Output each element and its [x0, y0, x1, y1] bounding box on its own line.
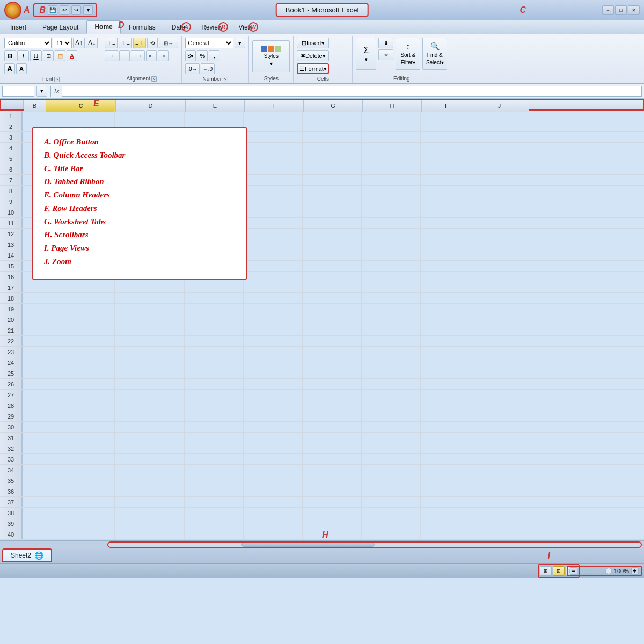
cell[interactable] — [185, 336, 244, 347]
decrease-font-btn[interactable]: A↓ — [86, 38, 98, 48]
cell[interactable] — [362, 314, 421, 325]
cell[interactable] — [244, 282, 303, 293]
col-header-f[interactable]: F — [245, 100, 304, 112]
cell[interactable] — [469, 518, 528, 529]
cell[interactable] — [185, 422, 244, 433]
cell[interactable] — [244, 411, 303, 422]
cell[interactable] — [23, 111, 45, 121]
increase-font-btn[interactable]: A↑ — [73, 38, 85, 48]
cell[interactable] — [362, 153, 421, 164]
cell[interactable] — [421, 196, 469, 207]
cell[interactable] — [23, 422, 45, 433]
border-btn[interactable]: ⊡ — [43, 50, 54, 61]
cell[interactable] — [362, 486, 421, 497]
cell[interactable] — [45, 357, 115, 368]
cell[interactable] — [469, 336, 528, 347]
cell[interactable] — [362, 368, 421, 379]
cell[interactable] — [362, 132, 421, 143]
cell[interactable] — [469, 379, 528, 390]
cell[interactable] — [469, 465, 528, 475]
find-select-btn[interactable]: 🔍 Find & Select▾ — [422, 38, 447, 70]
cell[interactable] — [469, 304, 528, 314]
cell[interactable] — [469, 508, 528, 518]
cell[interactable] — [244, 153, 303, 164]
cell[interactable] — [45, 508, 115, 518]
cell[interactable] — [23, 357, 45, 368]
cell[interactable] — [303, 400, 362, 411]
cell[interactable] — [362, 465, 421, 475]
cell[interactable] — [185, 433, 244, 443]
qa-redo-btn[interactable]: ↪ — [71, 5, 81, 15]
cell[interactable] — [303, 422, 362, 433]
font-aa2-btn[interactable]: A — [16, 63, 27, 74]
cell[interactable] — [115, 111, 185, 121]
cell[interactable] — [23, 465, 45, 475]
col-header-d[interactable]: D — [116, 100, 186, 112]
row-header[interactable]: 6 — [0, 164, 23, 174]
tab-insert[interactable]: Insert — [2, 21, 34, 34]
cell[interactable] — [469, 164, 528, 175]
cell[interactable] — [362, 357, 421, 368]
cell[interactable] — [115, 282, 185, 293]
cell[interactable] — [115, 347, 185, 357]
cell[interactable] — [303, 261, 362, 272]
cell[interactable] — [303, 465, 362, 475]
name-box[interactable] — [2, 86, 34, 97]
cell[interactable] — [362, 433, 421, 443]
cell[interactable] — [115, 508, 185, 518]
cell[interactable] — [362, 239, 421, 250]
qa-save-btn[interactable]: 💾 — [48, 5, 57, 15]
cell[interactable] — [469, 357, 528, 368]
cell[interactable] — [421, 411, 469, 422]
cell[interactable] — [244, 207, 303, 218]
row-header[interactable]: 14 — [0, 250, 23, 260]
cell[interactable] — [115, 443, 185, 454]
cell[interactable] — [115, 357, 185, 368]
cell[interactable] — [45, 486, 115, 497]
cell[interactable] — [362, 293, 421, 304]
cell[interactable] — [469, 529, 528, 540]
tab-formulas[interactable]: Formulas — [121, 21, 164, 34]
bold-btn[interactable]: B — [4, 50, 16, 61]
cell[interactable] — [45, 497, 115, 508]
cell[interactable] — [303, 132, 362, 143]
qa-dropdown-btn[interactable]: ▾ — [83, 5, 93, 15]
cell[interactable] — [469, 111, 528, 121]
cell[interactable] — [23, 411, 45, 422]
cell[interactable] — [303, 250, 362, 261]
align-right-btn[interactable]: ≡→ — [131, 50, 144, 61]
font-family-select[interactable]: Calibri — [4, 38, 52, 48]
cell[interactable] — [362, 336, 421, 347]
cell[interactable] — [244, 518, 303, 529]
row-header[interactable]: 18 — [0, 293, 23, 303]
cell[interactable] — [421, 207, 469, 218]
cell[interactable] — [23, 325, 45, 336]
cell[interactable] — [185, 443, 244, 454]
cell[interactable] — [469, 314, 528, 325]
row-header[interactable]: 27 — [0, 390, 23, 400]
row-header[interactable]: 26 — [0, 379, 23, 389]
cell[interactable] — [115, 411, 185, 422]
cell[interactable] — [303, 239, 362, 250]
cell[interactable] — [244, 497, 303, 508]
row-header[interactable]: 21 — [0, 325, 23, 335]
cell[interactable] — [244, 250, 303, 261]
cell[interactable] — [303, 175, 362, 186]
row-header[interactable]: 20 — [0, 314, 23, 325]
cell[interactable] — [185, 282, 244, 293]
cell[interactable] — [23, 475, 45, 486]
cell[interactable] — [362, 282, 421, 293]
cell[interactable] — [185, 400, 244, 411]
cell[interactable] — [469, 390, 528, 400]
cell[interactable] — [362, 121, 421, 132]
cell[interactable] — [469, 121, 528, 132]
row-header[interactable]: 4 — [0, 143, 23, 153]
cell[interactable] — [303, 336, 362, 347]
cell[interactable] — [421, 132, 469, 143]
cell[interactable] — [244, 422, 303, 433]
row-header[interactable]: 29 — [0, 411, 23, 421]
cell[interactable] — [45, 518, 115, 529]
cell[interactable] — [115, 379, 185, 390]
font-color-btn[interactable]: A — [67, 50, 77, 61]
cell[interactable] — [469, 347, 528, 357]
